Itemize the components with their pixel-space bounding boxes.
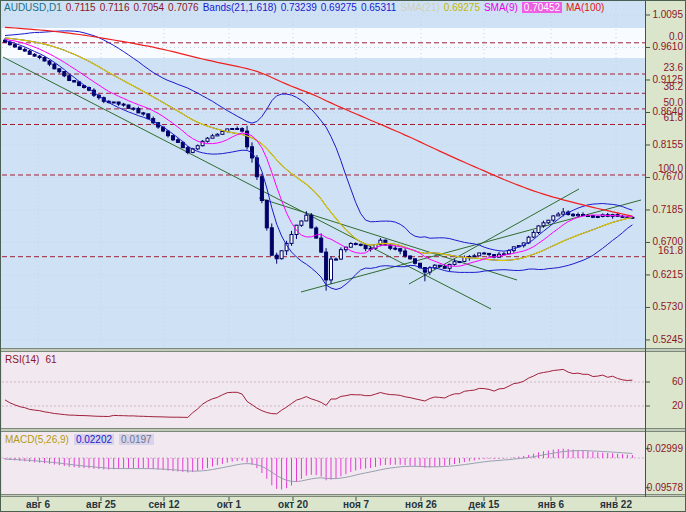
price-axis-label: 0.9610 xyxy=(646,42,683,52)
rsi-indicator-header: RSI(14) 61 xyxy=(5,354,57,365)
macd-indicator-label: MACD(5,26,9) xyxy=(5,434,69,445)
fib-level-label: 38.2 xyxy=(646,82,683,92)
date-label: ноя 26 xyxy=(393,500,449,510)
date-label: ноя 7 xyxy=(328,500,384,510)
macd-axis-label: 0.02999 xyxy=(646,444,683,454)
rsi-axis-label: 20 xyxy=(646,401,683,411)
fib-level-label: 61.8 xyxy=(646,113,683,123)
fib-level-label: 23.6 xyxy=(646,63,683,73)
bands-upper-value: 0.73239 xyxy=(281,2,317,13)
bands-lower-value: 0.65311 xyxy=(361,2,396,13)
macd-signal-value-chip: 0.0197 xyxy=(119,434,154,445)
date-label: янв 22 xyxy=(588,500,644,510)
high-value: 0.7116 xyxy=(100,2,130,13)
rsi-axis-label: 60 xyxy=(646,377,683,387)
bands-middle-value: 0.69275 xyxy=(321,2,357,13)
sma9-indicator-label: SMA(9) xyxy=(484,2,518,13)
rsi-indicator-label: RSI(14) xyxy=(5,354,39,365)
bands-indicator-label: Bands(21,1.618) xyxy=(203,2,277,13)
sma9-value-chip: 0.70452 xyxy=(522,2,562,13)
macd-indicator-header: MACD(5,26,9) 0.02202 0.0197 xyxy=(5,434,154,445)
date-label: авг 6 xyxy=(10,500,66,510)
chart-header: AUDUSD,D1 0.7115 0.7116 0.7054 0.7076 Ba… xyxy=(4,2,686,13)
time-axis[interactable]: авг 6авг 25сен 12окт 1окт 20ноя 7ноя 26д… xyxy=(1,497,686,512)
macd-axis-label: 0.09578 xyxy=(646,483,683,493)
low-value: 0.7054 xyxy=(133,2,164,13)
macd-main-value-chip: 0.02202 xyxy=(74,434,114,445)
trading-chart-window: AUDUSD,D1 0.7115 0.7116 0.7054 0.7076 Ba… xyxy=(0,0,686,512)
price-axis[interactable]: 1.00950.96100.91250.86400.81550.76700.71… xyxy=(646,1,686,497)
fib-level-label: 50.0 xyxy=(646,98,683,108)
close-value: 0.7076 xyxy=(168,2,199,13)
rsi-current-value: 61 xyxy=(45,354,56,365)
sma21-indicator-label: SMA(21) xyxy=(400,2,439,13)
price-axis-label: 0.5245 xyxy=(646,335,683,345)
fib-level-label: 161.8 xyxy=(646,246,683,256)
sma21-value: 0.69275 xyxy=(444,2,480,13)
price-axis-label: 0.6215 xyxy=(646,270,683,280)
fib-level-label: 0.0 xyxy=(646,32,683,42)
date-label: сен 12 xyxy=(136,500,192,510)
date-label: дек 15 xyxy=(456,500,512,510)
price-axis-label: 0.8155 xyxy=(646,140,683,150)
open-value: 0.7115 xyxy=(66,2,96,13)
date-label: окт 1 xyxy=(201,500,257,510)
date-label: авг 25 xyxy=(73,500,129,510)
fib-level-label: 100.0 xyxy=(646,164,683,174)
price-axis-label: 0.5730 xyxy=(646,302,683,312)
date-label: янв 6 xyxy=(523,500,579,510)
symbol-timeframe-label: AUDUSD,D1 xyxy=(4,2,62,13)
sma100-indicator-label: MA(100) xyxy=(566,2,604,13)
price-axis-label: 0.7185 xyxy=(646,205,683,215)
date-label: окт 20 xyxy=(265,500,321,510)
